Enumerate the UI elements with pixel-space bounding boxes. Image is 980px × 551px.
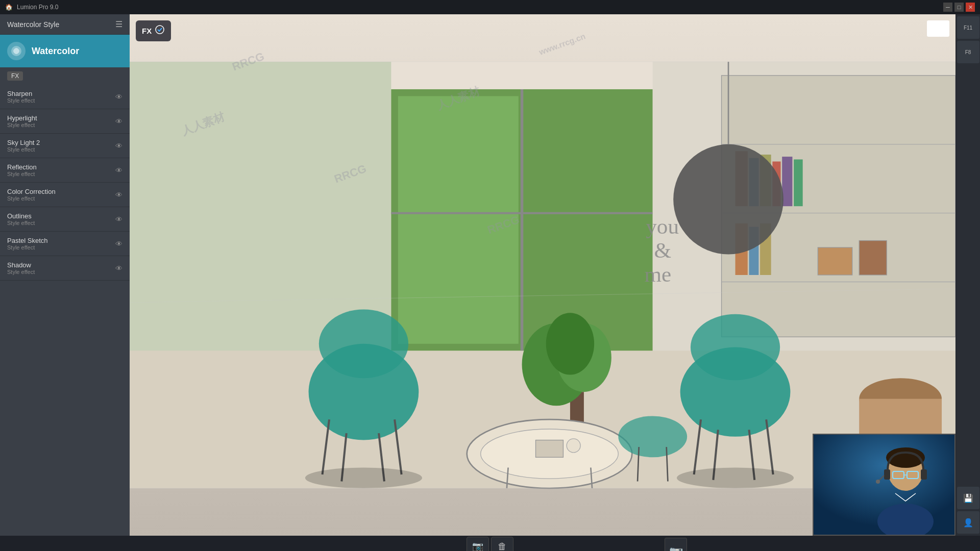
filmstrip-right-buttons: 📷 🎬 + 👤: [663, 538, 689, 551]
titlebar-controls[interactable]: ─ □ ✕: [943, 3, 975, 12]
effect-name-outlines: Outlines: [7, 212, 35, 220]
close-button[interactable]: ✕: [966, 3, 975, 12]
effect-info-colorcorrection: Color Correction Style effect: [7, 188, 56, 202]
svg-point-40: [319, 309, 408, 378]
fx-label: FX: [142, 27, 152, 35]
svg-rect-6: [522, 96, 649, 343]
effect-info-outlines: Outlines Style effect: [7, 212, 35, 226]
sidebar-menu-icon[interactable]: ☰: [115, 19, 122, 29]
bottom-area: 📷 🗑 Interior Style Daylight Style Reali: [0, 536, 980, 551]
delete-button[interactable]: 🗑: [491, 537, 513, 551]
filmstrip-toolbar: 📷 🗑: [467, 537, 513, 551]
svg-text:you: you: [646, 214, 679, 238]
titlebar: 🏠 Lumion Pro 9.0 ─ □ ✕: [0, 0, 980, 14]
effect-sub-outlines: Style effect: [7, 220, 35, 226]
watercolor-icon: [7, 42, 26, 60]
profile-icon-button[interactable]: 👤: [957, 511, 979, 534]
effect-item-shadow[interactable]: Shadow Style effect 👁: [0, 256, 130, 281]
effect-name-colorcorrection: Color Correction: [7, 188, 56, 195]
effect-item-outlines[interactable]: Outlines Style effect 👁: [0, 207, 130, 232]
svg-point-51: [618, 416, 687, 457]
svg-point-25: [673, 144, 783, 255]
webcam-overlay: [813, 434, 955, 536]
effect-info-shadow: Shadow Style effect: [7, 261, 35, 275]
svg-text:me: me: [645, 262, 672, 286]
svg-rect-24: [859, 241, 887, 275]
add-camera-button[interactable]: 📷: [665, 538, 687, 551]
eye-icon-reflection[interactable]: 👁: [115, 166, 122, 174]
effect-info-reflection: Reflection Style effect: [7, 163, 37, 177]
eye-icon-colorcorrection[interactable]: 👁: [115, 191, 122, 199]
fx-badge[interactable]: FX: [7, 71, 23, 81]
f8-button[interactable]: F8: [957, 41, 979, 63]
save-icon-button[interactable]: 💾: [957, 487, 979, 509]
svg-point-59: [305, 468, 422, 488]
fx-tab: FX: [0, 67, 130, 85]
svg-rect-23: [818, 247, 852, 275]
eye-icon-pastelsketch[interactable]: 👁: [115, 240, 122, 248]
eye-icon-skylight2[interactable]: 👁: [115, 142, 122, 150]
eye-icon-hyperlight[interactable]: 👁: [115, 117, 122, 126]
viewport-area: you & me: [130, 14, 955, 536]
minimize-button[interactable]: ─: [943, 3, 952, 12]
effect-item-skylight2[interactable]: Sky Light 2 Style effect 👁: [0, 134, 130, 158]
svg-rect-71: [921, 469, 927, 480]
effect-name-pastelsketch: Pastel Sketch: [7, 237, 48, 244]
sidebar-header: Watercolor Style ☰: [0, 14, 130, 35]
effect-name-reflection: Reflection: [7, 163, 37, 171]
f11-button[interactable]: F11: [957, 16, 979, 39]
effect-item-pastelsketch[interactable]: Pastel Sketch Style effect 👁: [0, 232, 130, 256]
eye-icon-outlines[interactable]: 👁: [115, 215, 122, 223]
svg-point-55: [567, 439, 580, 453]
watercolor-banner[interactable]: Watercolor: [0, 35, 130, 67]
fx-icon: [155, 24, 165, 37]
maximize-button[interactable]: □: [954, 3, 964, 12]
effect-name-sharpen: Sharpen: [7, 90, 35, 97]
main-layout: Watercolor Style ☰ Watercolor FX Sharpen…: [0, 14, 980, 536]
effect-name-skylight2: Sky Light 2: [7, 139, 40, 146]
effect-sub-shadow: Style effect: [7, 269, 35, 275]
svg-rect-18: [782, 157, 792, 206]
effect-sub-skylight2: Style effect: [7, 146, 40, 153]
app-title: Lumion Pro 9.0: [17, 4, 58, 11]
effect-info-hyperlight: Hyperlight Style effect: [7, 114, 37, 128]
effect-sub-colorcorrection: Style effect: [7, 195, 56, 202]
svg-point-60: [677, 468, 794, 488]
effect-sub-sharpen: Style effect: [7, 97, 35, 104]
eye-icon-shadow[interactable]: 👁: [115, 264, 122, 272]
effect-item-reflection[interactable]: Reflection Style effect 👁: [0, 158, 130, 183]
svg-rect-5: [398, 96, 519, 343]
effects-list: Sharpen Style effect 👁 Hyperlight Style …: [0, 85, 130, 536]
effect-sub-pastelsketch: Style effect: [7, 244, 48, 251]
svg-text:&: &: [654, 238, 671, 262]
fx-button[interactable]: FX: [136, 20, 171, 41]
white-rectangle: [927, 20, 949, 37]
viewport: you & me: [130, 14, 955, 536]
camera-capture-button[interactable]: 📷: [467, 537, 489, 551]
effect-info-sharpen: Sharpen Style effect: [7, 90, 35, 104]
filmstrip: 📷 🗑 Interior Style Daylight Style Reali: [0, 536, 980, 551]
eye-icon-sharpen[interactable]: 👁: [115, 93, 122, 101]
app-icon: 🏠: [5, 4, 13, 11]
svg-point-73: [876, 480, 880, 484]
svg-rect-19: [794, 159, 803, 206]
svg-rect-70: [884, 469, 890, 480]
effect-info-pastelsketch: Pastel Sketch Style effect: [7, 237, 48, 251]
effect-name-shadow: Shadow: [7, 261, 35, 269]
effect-item-hyperlight[interactable]: Hyperlight Style effect 👁: [0, 109, 130, 134]
effect-item-colorcorrection[interactable]: Color Correction Style effect 👁: [0, 183, 130, 207]
svg-rect-3: [130, 62, 391, 350]
watercolor-label: Watercolor: [32, 46, 79, 57]
webcam-person: [814, 435, 954, 535]
svg-point-63: [156, 26, 164, 34]
effect-name-hyperlight: Hyperlight: [7, 114, 37, 122]
effect-info-skylight2: Sky Light 2 Style effect: [7, 139, 40, 153]
effect-sub-reflection: Style effect: [7, 171, 37, 177]
titlebar-left: 🏠 Lumion Pro 9.0: [5, 4, 58, 11]
right-sidebar: F11 F8 💾 👤: [955, 14, 980, 536]
effect-sub-hyperlight: Style effect: [7, 122, 37, 128]
svg-point-46: [691, 314, 780, 380]
effect-item-sharpen[interactable]: Sharpen Style effect 👁: [0, 85, 130, 109]
sidebar: Watercolor Style ☰ Watercolor FX Sharpen…: [0, 14, 130, 536]
svg-rect-54: [536, 440, 564, 458]
